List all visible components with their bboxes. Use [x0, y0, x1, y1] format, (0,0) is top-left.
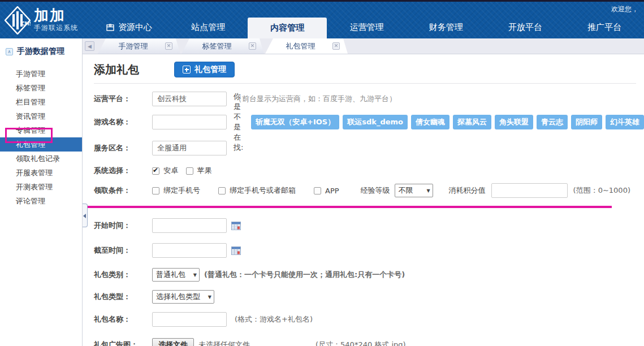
- sidebar-collapse-handle[interactable]: [83, 204, 88, 227]
- nav-item-finance-management[interactable]: 财务管理: [407, 16, 486, 38]
- tab-label: 手游管理: [98, 41, 165, 51]
- bind-phone-or-email-label[interactable]: 绑定手机号或者邮箱: [230, 185, 296, 196]
- claim-condition-label: 领取条件：: [94, 185, 152, 196]
- file-status-text: 未选择任何文件: [198, 340, 250, 346]
- android-checkbox-label[interactable]: 安卓: [163, 166, 178, 176]
- package-category-select[interactable]: 普通礼包 ▼: [152, 268, 200, 282]
- nav-item-operations-management[interactable]: 运营管理: [327, 16, 406, 38]
- points-range-hint: (范围：0~1000): [573, 185, 630, 196]
- nav-label: 开放平台: [508, 22, 542, 33]
- end-time-input[interactable]: [152, 243, 227, 258]
- game-name-label: 游戏名称：: [94, 117, 152, 127]
- gift-package-manage-button[interactable]: 礼包管理: [174, 62, 235, 77]
- plus-square-icon: [183, 66, 191, 73]
- game-tag[interactable]: 斩魔无双（安卓+IOS）: [251, 115, 339, 129]
- sidebar-item-column[interactable]: 栏目管理: [0, 95, 82, 109]
- nav-item-content-management[interactable]: 内容管理: [248, 18, 327, 38]
- tab-gift-package-management[interactable]: 礼包管理 ✕: [265, 38, 348, 54]
- tab-scroll-left-button[interactable]: ◀: [85, 41, 94, 51]
- sidebar-header-label: 手游数据管理: [17, 46, 64, 57]
- bind-phone-checkbox[interactable]: [152, 187, 159, 194]
- package-category-label: 礼包类别：: [94, 270, 152, 280]
- package-name-label: 礼包名称：: [94, 314, 152, 325]
- tab-label: 标签管理: [181, 41, 249, 51]
- tabstrip: ◀ 手游管理 ✕ 标签管理 ✕ 礼包管理 ✕: [83, 38, 644, 54]
- choose-file-button[interactable]: 选择文件: [152, 338, 194, 346]
- tab-tag-management[interactable]: 标签管理 ✕: [181, 38, 264, 54]
- game-tag[interactable]: 幻斗英雄: [606, 115, 644, 129]
- package-category-hint: (普通礼包：一个卡号只能使用一次；通用礼包:只有一个卡号): [204, 270, 405, 280]
- package-category-value: 普通礼包: [156, 270, 189, 280]
- ios-checkbox-label[interactable]: 苹果: [197, 166, 212, 176]
- main-nav: 资源中心 站点管理 内容管理 运营管理 财务管理 开放平台 推广平台: [89, 2, 644, 38]
- sidebar-item-album[interactable]: 专辑管理: [0, 123, 82, 137]
- nav-item-open-platform[interactable]: 开放平台: [486, 16, 565, 38]
- chevron-down-icon: ▼: [193, 273, 197, 278]
- sidebar-item-server-open-table[interactable]: 开服表管理: [0, 166, 82, 180]
- game-tag[interactable]: 阴阳师: [571, 115, 602, 129]
- calendar-icon[interactable]: [231, 246, 241, 255]
- nav-label: 内容管理: [270, 23, 304, 33]
- sidebar-item-test-open-table[interactable]: 开测表管理: [0, 180, 82, 194]
- game-tag[interactable]: 倩女幽魂: [411, 115, 449, 129]
- tab-mobile-game-management[interactable]: 手游管理 ✕: [98, 38, 180, 54]
- bind-phone-label[interactable]: 绑定手机号: [163, 185, 200, 196]
- nav-label: 资源中心: [118, 22, 152, 33]
- add-gift-package-form: 运营平台： （前台显示为运营商，如：百度手游、九游平台） 游戏名称： 你是不是在…: [94, 84, 644, 346]
- app-logo[interactable]: CMS 加加 手游联运系统: [0, 2, 89, 38]
- package-icon: [106, 23, 115, 32]
- nav-label: 推广平台: [587, 22, 621, 33]
- sidebar-item-claim-records[interactable]: 领取礼包记录: [0, 152, 82, 166]
- points-cost-input[interactable]: [491, 183, 568, 198]
- game-name-input[interactable]: [152, 115, 227, 129]
- sidebar-item-comments[interactable]: 评论管理: [0, 194, 82, 208]
- tab-close-icon[interactable]: ✕: [165, 42, 172, 50]
- nav-item-promotion-platform[interactable]: 推广平台: [565, 16, 644, 38]
- ad-image-hint: (尺寸：540*240 格式.jpg): [315, 340, 406, 346]
- package-name-input[interactable]: [152, 312, 227, 327]
- server-zone-input[interactable]: [152, 141, 227, 155]
- exp-level-select[interactable]: 不限 ▼: [395, 184, 433, 197]
- ios-checkbox[interactable]: [186, 167, 193, 175]
- nav-item-site-management[interactable]: 站点管理: [168, 16, 248, 38]
- logo-title: 加加: [34, 7, 78, 23]
- game-tag[interactable]: 联运sdk_demo: [343, 115, 408, 129]
- sidebar-item-gift-package[interactable]: 礼包管理: [0, 137, 82, 152]
- sidebar-item-news[interactable]: 资讯管理: [0, 109, 82, 123]
- tab-close-icon[interactable]: ✕: [249, 42, 256, 50]
- sidebar-list: 手游管理 标签管理 栏目管理 资讯管理 专辑管理 礼包管理 领取礼包记录 开服表…: [0, 67, 82, 208]
- exp-level-label: 经验等级: [361, 185, 390, 196]
- chevron-up-icon: ∧: [6, 48, 13, 55]
- calendar-icon[interactable]: [231, 221, 241, 230]
- game-tag[interactable]: 角头联盟: [495, 115, 533, 129]
- main-content: 添加礼包 礼包管理 运营平台： （前台显示为运营商，如：百度手游、九游平台） 游…: [83, 54, 644, 346]
- nav-item-resource-center[interactable]: 资源中心: [89, 16, 168, 38]
- points-cost-label: 消耗积分值: [449, 185, 486, 196]
- platform-input[interactable]: [152, 92, 227, 106]
- manage-button-label: 礼包管理: [195, 64, 226, 75]
- topbar: CMS 加加 手游联运系统 资源中心 站点管理 内容管理 运营管理 财务管理: [0, 0, 644, 38]
- sidebar-header[interactable]: ∧ 手游数据管理: [0, 38, 82, 58]
- platform-label: 运营平台：: [94, 94, 152, 104]
- platform-hint: （前台显示为运营商，如：百度手游、九游平台）: [235, 94, 396, 104]
- app-checkbox-label[interactable]: APP: [325, 187, 339, 195]
- start-time-label: 开始时间：: [94, 220, 152, 231]
- start-time-input[interactable]: [152, 218, 227, 233]
- package-name-hint: (格式：游戏名+礼包名): [235, 314, 313, 325]
- magenta-annotation-underline: [86, 206, 612, 208]
- logo-diamond-icon: CMS: [5, 6, 31, 34]
- tab-close-icon[interactable]: ✕: [332, 42, 340, 50]
- android-checkbox[interactable]: [152, 167, 159, 175]
- system-select-label: 系统选择：: [94, 166, 152, 176]
- game-tag[interactable]: 青云志: [537, 115, 568, 129]
- tab-label: 礼包管理: [265, 41, 332, 51]
- sidebar-item-mobile-game[interactable]: 手游管理: [0, 67, 82, 81]
- app-checkbox[interactable]: [314, 187, 321, 194]
- nav-label: 运营管理: [349, 22, 383, 33]
- chevron-down-icon: ▼: [208, 295, 211, 300]
- bind-phone-or-email-checkbox[interactable]: [218, 187, 226, 194]
- package-type-value: 选择礼包类型: [156, 292, 204, 302]
- game-tag[interactable]: 探墓风云: [453, 115, 491, 129]
- package-type-select[interactable]: 选择礼包类型 ▼: [152, 290, 214, 304]
- sidebar-item-tag[interactable]: 标签管理: [0, 81, 82, 95]
